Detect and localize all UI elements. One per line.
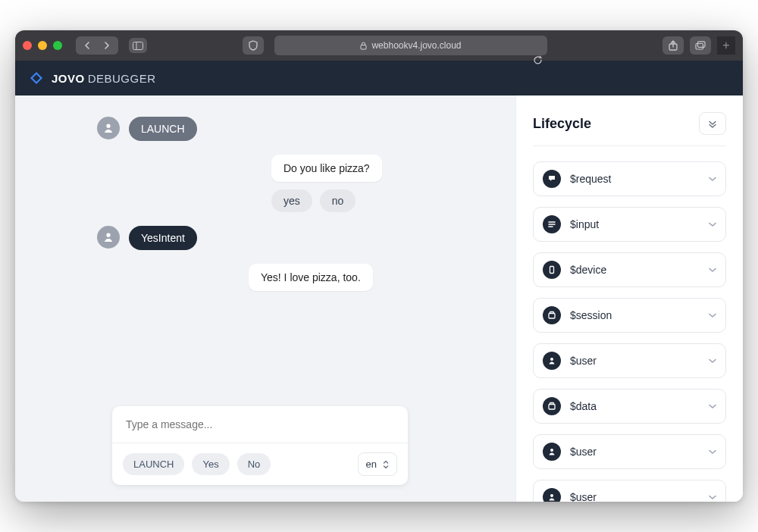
fullscreen-window-icon[interactable] — [53, 41, 62, 50]
url-bar-wrap: webhookv4.jovo.cloud — [274, 36, 547, 55]
close-window-icon[interactable] — [23, 41, 32, 50]
lifecycle-lines-icon — [543, 215, 561, 233]
lifecycle-item-label: $user — [570, 355, 700, 367]
sidebar-toggle-icon[interactable] — [129, 38, 147, 53]
suggestion-yes[interactable]: Yes — [192, 453, 229, 475]
lifecycle-list: $request$input$device$session$user$data$… — [533, 161, 726, 502]
svg-point-15 — [550, 494, 553, 497]
quick-reply-yes[interactable]: yes — [271, 189, 312, 212]
lifecycle-item[interactable]: $session — [533, 298, 726, 333]
minimize-window-icon[interactable] — [38, 41, 47, 50]
browser-titlebar: webhookv4.jovo.cloud + — [15, 30, 743, 61]
chevron-down-icon — [709, 449, 716, 455]
quick-replies-row: yes no — [271, 189, 461, 212]
composer-toolbar: LAUNCH Yes No en — [112, 443, 408, 485]
divider — [533, 146, 726, 146]
app-header: JOVODEBUGGER — [15, 61, 743, 95]
brand-suffix: DEBUGGER — [88, 72, 156, 85]
svg-point-12 — [550, 358, 553, 361]
reload-icon[interactable] — [533, 55, 543, 65]
suggestion-launch[interactable]: LAUNCH — [123, 453, 184, 475]
lifecycle-item-label: $data — [570, 400, 700, 412]
user-message-chip: LAUNCH — [129, 117, 197, 141]
svg-point-8 — [106, 124, 110, 128]
lifecycle-item-label: $user — [570, 446, 700, 458]
svg-rect-0 — [133, 42, 143, 49]
sidebar-header: Lifecycle — [533, 112, 726, 135]
user-message-text: LAUNCH — [141, 123, 185, 135]
lifecycle-item-label: $request — [570, 173, 700, 185]
collapse-all-button[interactable] — [699, 112, 726, 135]
bot-message-text: Yes! I love pizza, too. — [261, 271, 361, 283]
sidebar-title: Lifecycle — [533, 116, 591, 132]
user-message-text: YesIntent — [141, 232, 185, 244]
user-message-row: YesIntent — [97, 226, 461, 250]
svg-rect-10 — [550, 267, 554, 274]
brand-name: JOVO — [52, 72, 85, 85]
chevron-down-icon — [709, 222, 716, 227]
message-input[interactable] — [112, 406, 408, 443]
user-avatar-icon — [97, 226, 120, 249]
suggestion-label: No — [248, 458, 261, 470]
lifecycle-store-icon — [543, 397, 561, 415]
lifecycle-store-icon — [543, 306, 561, 324]
url-bar[interactable]: webhookv4.jovo.cloud — [274, 36, 547, 55]
svg-rect-2 — [361, 45, 366, 49]
lifecycle-device-icon — [543, 261, 561, 279]
chevron-down-icon — [709, 358, 716, 364]
traffic-lights — [23, 41, 62, 50]
lifecycle-item[interactable]: $user — [533, 434, 726, 469]
url-text: webhookv4.jovo.cloud — [371, 40, 461, 51]
lock-icon — [360, 42, 367, 50]
jovo-logo-icon — [29, 70, 44, 86]
suggestion-no[interactable]: No — [237, 453, 271, 475]
lifecycle-item[interactable]: $input — [533, 207, 726, 242]
language-select[interactable]: en — [358, 452, 397, 476]
lifecycle-item[interactable]: $request — [533, 161, 726, 196]
bot-message-text: Do you like pizza? — [283, 162, 370, 174]
svg-rect-5 — [696, 44, 703, 50]
chevron-down-icon — [709, 313, 716, 318]
lifecycle-user-icon — [543, 488, 561, 502]
chevron-down-icon — [709, 177, 716, 182]
quick-reply-no[interactable]: no — [320, 189, 356, 212]
lifecycle-item[interactable]: $data — [533, 389, 726, 424]
bot-message-block: Do you like pizza? yes no — [271, 155, 461, 212]
lifecycle-item[interactable]: $user — [533, 343, 726, 378]
quick-reply-label: yes — [283, 195, 300, 207]
brand-text: JOVODEBUGGER — [52, 72, 156, 85]
browser-window: webhookv4.jovo.cloud + JOVODEBUGGER — [15, 30, 743, 502]
suggestion-label: LAUNCH — [133, 458, 174, 470]
user-message-chip: YesIntent — [129, 226, 197, 250]
nav-buttons — [76, 36, 118, 55]
svg-rect-4 — [698, 42, 706, 48]
tabs-icon[interactable] — [690, 36, 711, 55]
lifecycle-user-icon — [543, 443, 561, 461]
quick-reply-label: no — [332, 195, 344, 207]
new-tab-button[interactable]: + — [717, 36, 735, 55]
language-value: en — [366, 458, 377, 470]
svg-rect-13 — [549, 405, 555, 410]
chevron-down-icon — [709, 495, 716, 500]
privacy-shield-icon[interactable] — [243, 36, 264, 55]
message-composer: LAUNCH Yes No en — [112, 406, 408, 485]
titlebar-right: + — [662, 36, 735, 55]
main-area: LAUNCH Do you like pizza? yes no YesInte… — [15, 95, 743, 502]
lifecycle-item[interactable]: $device — [533, 252, 726, 287]
bot-message-block: Yes! I love pizza, too. — [249, 264, 461, 291]
bot-message: Yes! I love pizza, too. — [249, 264, 373, 291]
chevron-down-icon — [709, 404, 716, 409]
lifecycle-item-label: $device — [570, 264, 700, 276]
forward-button[interactable] — [97, 38, 117, 53]
lifecycle-chat-icon — [543, 170, 561, 188]
lifecycle-user-icon — [543, 352, 561, 370]
chat-pane: LAUNCH Do you like pizza? yes no YesInte… — [15, 95, 515, 502]
svg-rect-11 — [549, 314, 555, 319]
back-button[interactable] — [77, 38, 97, 53]
lifecycle-item-label: $input — [570, 218, 700, 230]
svg-point-9 — [106, 233, 110, 237]
lifecycle-item-label: $session — [570, 309, 700, 321]
share-icon[interactable] — [662, 36, 684, 55]
lifecycle-item[interactable]: $user — [533, 480, 726, 502]
suggestion-label: Yes — [202, 458, 218, 470]
